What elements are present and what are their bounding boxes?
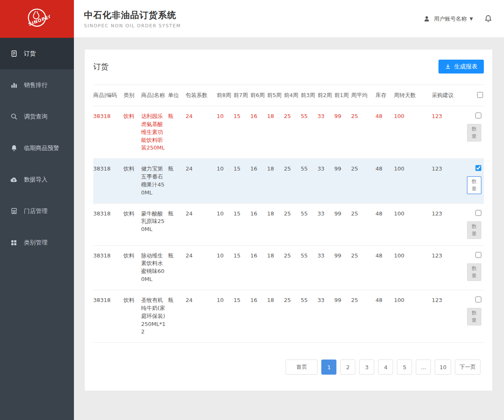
cell-w5: 18 (267, 290, 284, 342)
cell-select: 数量 (467, 159, 484, 203)
cell-code: 38318 (93, 106, 123, 159)
cell-w3: 55 (301, 106, 318, 159)
cell-w6: 16 (250, 290, 267, 342)
cell-w5: 18 (267, 159, 284, 203)
pagination-page-3[interactable]: 3 (359, 360, 374, 375)
cell-w8: 10 (217, 203, 234, 245)
col-header-w4: 前4周 (284, 85, 301, 106)
col-header-code: 商品|编码 (93, 85, 123, 106)
pagination-page-1[interactable]: 1 (321, 360, 336, 375)
cell-suggestion: 123 (432, 159, 467, 203)
app-title-block: 中石化非油品订货系统 SINOPEC NON OIL ORDER SYSTEM (84, 9, 181, 29)
sinopec-logo: SINOPEC (0, 0, 74, 38)
cell-stock: 48 (375, 245, 394, 290)
quantity-button[interactable]: 数量 (467, 176, 481, 194)
cell-turnover: 100 (394, 106, 432, 159)
cell-w2: 33 (318, 290, 334, 342)
cell-turnover: 100 (394, 245, 432, 290)
cell-w4: 25 (284, 159, 301, 203)
sidebar-item-order[interactable]: 订货 (0, 38, 74, 69)
cell-w7: 15 (234, 290, 250, 342)
row-checkbox[interactable] (475, 210, 481, 216)
cell-w6: 16 (250, 203, 267, 245)
col-header-w7: 前7周 (234, 85, 250, 106)
cell-w8: 10 (217, 106, 234, 159)
quantity-button[interactable]: 数量 (467, 124, 481, 142)
chevron-down-icon[interactable]: ▼ (470, 16, 473, 21)
top-bar: SINOPEC 中石化非油品订货系统 SINOPEC NON OIL ORDER… (0, 0, 504, 38)
col-header-w8: 前8周 (217, 85, 234, 106)
col-header-w2: 前2周 (318, 85, 334, 106)
cell-code: 38318 (93, 203, 123, 245)
cell-stock: 48 (375, 159, 394, 203)
cell-suggestion: 123 (432, 290, 467, 342)
cell-select: 数量 (467, 106, 484, 159)
sidebar-item-category-management[interactable]: 类别管理 (0, 227, 74, 258)
cell-w2: 33 (318, 203, 334, 245)
row-checkbox[interactable] (475, 113, 481, 118)
notification-bell-icon[interactable] (484, 15, 492, 23)
sidebar-item-data-import[interactable]: 数据导入 (0, 164, 74, 195)
sidebar-item-sales-ranking[interactable]: 销售排行 (0, 69, 74, 101)
cell-name: 圣牧有机纯牛奶(家庭环保装)250ML*12 (141, 290, 168, 342)
pagination: 首页 1 2 3 4 5 ... 10 下一页 (85, 343, 492, 379)
row-checkbox[interactable] (475, 297, 481, 302)
cell-suggestion: 123 (432, 203, 467, 245)
pagination-page-4[interactable]: 4 (378, 360, 393, 375)
cell-unit: 瓶 (168, 106, 186, 159)
cell-name: 蒙牛酸酸乳原味250ML (141, 203, 168, 245)
cell-w1: 99 (334, 245, 351, 290)
pagination-page-10[interactable]: 10 (435, 360, 451, 375)
table-row: 38318 饮料 达利园乐虎氨基酸维生素功能饮料听装250ML 瓶 24 10 … (93, 106, 484, 159)
user-account-menu[interactable]: 用户账号名称 (434, 15, 467, 23)
cloud-upload-icon (10, 176, 18, 184)
cell-unit: 瓶 (168, 203, 186, 245)
generate-report-button[interactable]: 生成报表 (438, 60, 484, 74)
cell-w5: 18 (267, 245, 284, 290)
row-checkbox[interactable] (475, 252, 481, 258)
cell-category: 饮料 (123, 106, 141, 159)
cell-avg: 25 (351, 290, 375, 342)
cell-w1: 99 (334, 203, 351, 245)
col-header-avg: 周平均 (351, 85, 375, 106)
cell-unit: 瓶 (168, 290, 186, 342)
sidebar-item-expiry-alert[interactable]: 临期商品预警 (0, 132, 74, 164)
cell-w4: 25 (284, 106, 301, 159)
quantity-button[interactable]: 数量 (467, 263, 481, 281)
sidebar-item-transfer-query[interactable]: 调货查询 (0, 101, 74, 132)
col-header-pack: 包装系数 (186, 85, 217, 106)
search-icon (10, 113, 18, 121)
cell-w8: 10 (217, 159, 234, 203)
table-row: 38318 饮料 圣牧有机纯牛奶(家庭环保装)250ML*12 瓶 24 10 … (93, 290, 484, 342)
cell-name: 健力宝第五季番石榴果汁450ML (141, 159, 168, 203)
pagination-ellipsis[interactable]: ... (416, 360, 431, 375)
app-subtitle: SINOPEC NON OIL ORDER SYSTEM (84, 23, 181, 29)
quantity-button[interactable]: 数量 (467, 221, 481, 239)
quantity-button[interactable]: 数量 (467, 308, 481, 326)
pagination-next-button[interactable]: 下一页 (455, 360, 480, 375)
cell-avg: 25 (351, 203, 375, 245)
cell-code: 38318 (93, 245, 123, 290)
pagination-page-2[interactable]: 2 (340, 360, 355, 375)
row-checkbox[interactable] (475, 165, 481, 171)
user-icon (423, 16, 430, 22)
cell-w7: 15 (234, 159, 250, 203)
cell-avg: 25 (351, 159, 375, 203)
cell-turnover: 100 (394, 290, 432, 342)
pagination-first-button[interactable]: 首页 (286, 360, 318, 375)
generate-report-label: 生成报表 (454, 63, 478, 71)
select-all-checkbox[interactable] (477, 92, 483, 98)
cell-suggestion: 123 (432, 106, 467, 159)
sidebar-item-store-management[interactable]: 门店管理 (0, 195, 74, 227)
cell-w3: 55 (301, 159, 318, 203)
sinopec-logo-icon: SINOPEC (24, 6, 50, 32)
pagination-page-5[interactable]: 5 (397, 360, 412, 375)
sidebar: 订货 销售排行 调货查询 临期商品预警 数据导入 门店管理 类别管理 (0, 38, 74, 420)
sidebar-item-label: 数据导入 (24, 176, 47, 184)
cell-turnover: 100 (394, 203, 432, 245)
header: 中石化非油品订货系统 SINOPEC NON OIL ORDER SYSTEM … (74, 0, 504, 38)
cell-category: 饮料 (123, 159, 141, 203)
cell-w7: 15 (234, 106, 250, 159)
cell-w4: 25 (284, 245, 301, 290)
sidebar-item-label: 调货查询 (24, 113, 47, 121)
